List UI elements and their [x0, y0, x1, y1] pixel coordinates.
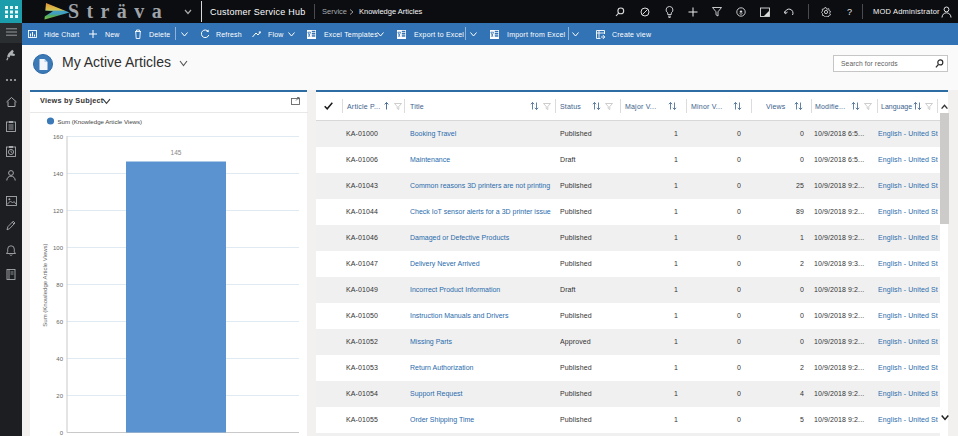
- svg-text:160: 160: [53, 134, 64, 140]
- svg-text:145: 145: [171, 149, 182, 156]
- svg-text:40: 40: [56, 356, 63, 362]
- svg-text:60: 60: [56, 319, 63, 325]
- svg-text:Sum (Knowledge Article Views): Sum (Knowledge Article Views): [58, 118, 143, 125]
- svg-text:80: 80: [56, 282, 63, 288]
- svg-text:120: 120: [53, 208, 64, 214]
- svg-text:100: 100: [53, 245, 64, 251]
- svg-text:0: 0: [60, 430, 64, 436]
- svg-text:Sum (Knowledge Article Views): Sum (Knowledge Article Views): [42, 243, 48, 326]
- svg-text:140: 140: [53, 171, 64, 177]
- svg-text:20: 20: [56, 393, 63, 399]
